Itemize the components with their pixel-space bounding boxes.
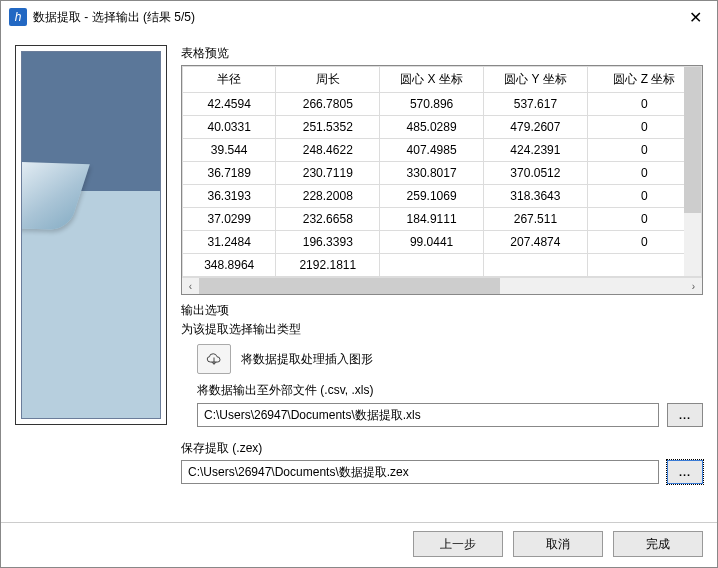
- table-row[interactable]: 37.0299232.6658184.9111267.5110: [183, 208, 702, 231]
- save-path-input[interactable]: [181, 460, 659, 484]
- table-cell: 2192.1811: [276, 254, 380, 277]
- table-label: 表格预览: [181, 45, 703, 62]
- save-group: 保存提取 (.zex) ...: [181, 440, 703, 484]
- table-row[interactable]: 42.4594266.7805570.896537.6170: [183, 93, 702, 116]
- table-cell: 266.7805: [276, 93, 380, 116]
- table-container: 半径 周长 圆心 X 坐标 圆心 Y 坐标 圆心 Z 坐标 42.4594266…: [181, 65, 703, 295]
- finish-button[interactable]: 完成: [613, 531, 703, 557]
- chevron-left-icon: ‹: [189, 281, 192, 292]
- preview-column: [15, 45, 167, 514]
- dialog-window: h 数据提取 - 选择输出 (结果 5/5) ✕ 表格预览: [0, 0, 718, 568]
- table-group: 表格预览 半径 周长 圆心 X 坐标: [181, 45, 703, 295]
- external-path-input[interactable]: [197, 403, 659, 427]
- chevron-right-icon: ›: [692, 281, 695, 292]
- save-label: 保存提取 (.zex): [181, 440, 703, 457]
- external-path-row: ...: [197, 403, 703, 427]
- table-cell: 232.6658: [276, 208, 380, 231]
- cloud-insert-icon: [205, 351, 223, 367]
- table-cell: 407.4985: [380, 139, 484, 162]
- table-cell: 37.0299: [183, 208, 276, 231]
- table-cell: 251.5352: [276, 116, 380, 139]
- table-cell: 330.8017: [380, 162, 484, 185]
- cancel-button[interactable]: 取消: [513, 531, 603, 557]
- table-header[interactable]: 半径: [183, 67, 276, 93]
- table-cell: 370.0512: [484, 162, 588, 185]
- table-row[interactable]: 36.7189230.7119330.8017370.05120: [183, 162, 702, 185]
- back-button[interactable]: 上一步: [413, 531, 503, 557]
- table-cell: 196.3393: [276, 231, 380, 254]
- horizontal-scroll-thumb[interactable]: [199, 278, 500, 294]
- table-cell: 479.2607: [484, 116, 588, 139]
- preview-image: [21, 51, 161, 419]
- titlebar: h 数据提取 - 选择输出 (结果 5/5) ✕: [1, 1, 717, 33]
- app-icon: h: [9, 8, 27, 26]
- preview-frame: [15, 45, 167, 425]
- browse-save-button[interactable]: ...: [667, 460, 703, 484]
- output-group: 输出选项 为该提取选择输出类型 将数据提取处理插入图形 将数据输出至外部文件 (…: [181, 302, 703, 427]
- close-button[interactable]: ✕: [673, 1, 717, 33]
- table-row[interactable]: 31.2484196.339399.0441207.48740: [183, 231, 702, 254]
- table-cell: 207.4874: [484, 231, 588, 254]
- table-cell: 42.4594: [183, 93, 276, 116]
- table-cell: 537.617: [484, 93, 588, 116]
- horizontal-scroll-track[interactable]: [199, 278, 685, 294]
- horizontal-scrollbar[interactable]: ‹ ›: [182, 277, 702, 294]
- data-table: 半径 周长 圆心 X 坐标 圆心 Y 坐标 圆心 Z 坐标 42.4594266…: [182, 66, 702, 277]
- close-icon: ✕: [689, 8, 702, 27]
- scroll-left-button[interactable]: ‹: [182, 278, 199, 295]
- output-sublabel: 为该提取选择输出类型: [181, 321, 703, 338]
- table-cell: 259.1069: [380, 185, 484, 208]
- table-row[interactable]: 36.3193228.2008259.1069318.36430: [183, 185, 702, 208]
- table-cell: 570.896: [380, 93, 484, 116]
- table-cell: 348.8964: [183, 254, 276, 277]
- insert-into-drawing-button[interactable]: [197, 344, 231, 374]
- dialog-body: 表格预览 半径 周长 圆心 X 坐标: [1, 33, 717, 522]
- table-cell: 40.0331: [183, 116, 276, 139]
- table-cell: 31.2484: [183, 231, 276, 254]
- window-title: 数据提取 - 选择输出 (结果 5/5): [33, 9, 673, 26]
- save-path-row: ...: [181, 460, 703, 484]
- vertical-scroll-thumb[interactable]: [684, 67, 701, 213]
- external-output-label: 将数据输出至外部文件 (.csv, .xls): [197, 382, 703, 399]
- table-header[interactable]: 圆心 Y 坐标: [484, 67, 588, 93]
- table-cell: 36.7189: [183, 162, 276, 185]
- footer: 上一步 取消 完成: [1, 522, 717, 567]
- table-cell: 318.3643: [484, 185, 588, 208]
- table-cell: 485.0289: [380, 116, 484, 139]
- browse-external-button[interactable]: ...: [667, 403, 703, 427]
- table-cell: 228.2008: [276, 185, 380, 208]
- right-column: 表格预览 半径 周长 圆心 X 坐标: [181, 45, 703, 514]
- table-row[interactable]: 39.544248.4622407.4985424.23910: [183, 139, 702, 162]
- table-cell: [484, 254, 588, 277]
- table-cell: 39.544: [183, 139, 276, 162]
- table-cell: 184.9111: [380, 208, 484, 231]
- insert-row: 将数据提取处理插入图形: [197, 344, 703, 374]
- table-scroll-area[interactable]: 半径 周长 圆心 X 坐标 圆心 Y 坐标 圆心 Z 坐标 42.4594266…: [182, 66, 702, 277]
- table-cell: 248.4622: [276, 139, 380, 162]
- table-cell: 36.3193: [183, 185, 276, 208]
- table-row[interactable]: 348.89642192.1811: [183, 254, 702, 277]
- table-cell: 99.0441: [380, 231, 484, 254]
- table-cell: 267.511: [484, 208, 588, 231]
- table-cell: 424.2391: [484, 139, 588, 162]
- scroll-right-button[interactable]: ›: [685, 278, 702, 295]
- output-label: 输出选项: [181, 302, 703, 319]
- table-header[interactable]: 圆心 X 坐标: [380, 67, 484, 93]
- table-cell: [380, 254, 484, 277]
- table-cell: 230.7119: [276, 162, 380, 185]
- table-row[interactable]: 40.0331251.5352485.0289479.26070: [183, 116, 702, 139]
- table-header-row: 半径 周长 圆心 X 坐标 圆心 Y 坐标 圆心 Z 坐标: [183, 67, 702, 93]
- vertical-scrollbar[interactable]: [684, 67, 701, 276]
- insert-label: 将数据提取处理插入图形: [241, 351, 373, 368]
- table-header[interactable]: 周长: [276, 67, 380, 93]
